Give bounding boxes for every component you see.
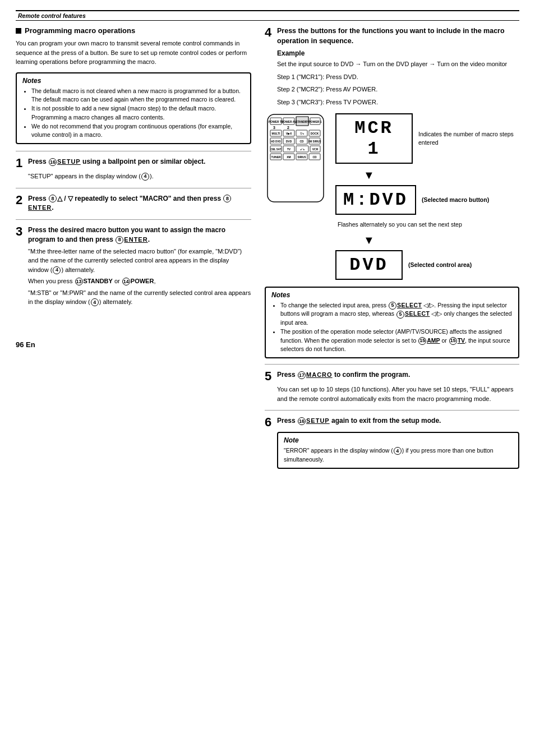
step-3-body-p3: "M:STB" or "M:PWR" and the name of the c… [28,288,251,307]
step-5-header: 5 Press 17MACRO to confirm the program. [265,370,519,382]
right-note-item-1: To change the selected input area, press… [280,301,513,328]
example-intro: Set the input source to DVD → Turn on th… [277,59,519,69]
step5-circle: 17 [298,371,306,379]
display-row-1: MCR 1 Indicates the number of macro step… [335,113,519,164]
circle-15b: 15 [449,337,457,345]
example-label: Example [277,49,519,57]
step-4-header: 4 Press the buttons for the functions yo… [265,26,519,46]
step-2-title: Press 8△ / ▽ repeatedly to select "MACRO… [28,194,251,213]
step-6-note-title: Note [284,436,513,444]
step-3-num: 3 [16,225,25,245]
display-1-label: Indicates the number of macro steps ente… [418,130,519,146]
step-3-body: "M:the three-letter name of the selected… [28,247,251,307]
step-6-note-box: Note "ERROR" appears in the display wind… [277,432,519,469]
svg-text:STANDBY: STANDBY [296,120,309,123]
step-6: 6 Press 16SETUP again to exit from the s… [265,416,519,469]
two-column-layout: Programming macro operations You can pro… [16,26,519,476]
svg-text:CD: CD [312,155,317,159]
svg-text:HD DVD: HD DVD [271,140,281,143]
step-4-title: Press the buttons for the functions you … [277,26,519,46]
step-4-body: Example Set the input source to DVD → Tu… [277,49,519,107]
step-1: 1 Press 16SETUP using a ballpoint pen or… [16,157,251,181]
step-2-header: 2 Press 8△ / ▽ repeatedly to select "MAC… [16,194,251,213]
step2-circle: 8 [49,195,57,202]
left-column: Programming macro operations You can pro… [16,26,251,476]
page-number: 96 En [16,340,251,349]
example-step2: Step 2 ("MCR2"): Press AV POWER. [277,85,519,94]
section-title-text: Programming macro operations [25,26,135,35]
step-5-body: You can set up to 10 steps (10 functions… [277,385,519,403]
step-3-header: 3 Press the desired macro button you wan… [16,225,251,245]
step-6-note-body: "ERROR" appears in the display window (4… [284,446,513,464]
display-3-text: DVD [349,255,389,275]
svg-text:▽◃: ▽◃ [299,132,304,135]
step-6-num: 6 [265,416,274,428]
display-2-label-text: (Selected macro button) [422,196,489,203]
remote-image: POWER TV POWER AV STANDBY POWER 1 3 2 [265,113,326,204]
svg-text:XM SIRIUS: XM SIRIUS [308,140,321,143]
svg-text:MULTI: MULTI [272,132,281,135]
svg-text:POWER 1: POWER 1 [308,120,321,123]
step-4-num: 4 [265,26,274,46]
section-title-icon [16,28,21,34]
step-1-header: 1 Press 16SETUP using a ballpoint pen or… [16,157,251,169]
step1-circle: 16 [49,158,57,166]
note-item: The default macro is not cleared when a … [31,87,245,105]
notes-title: Notes [22,77,245,85]
svg-text:DOCK: DOCK [311,132,319,135]
step-5-num: 5 [265,370,274,382]
display-row-3: DVD (Selected control area) [335,250,519,280]
notes-list: The default macro is not cleared when a … [22,87,245,140]
note-item: We do not recommend that you program con… [31,122,245,140]
right-notes-title: Notes [271,291,513,299]
svg-text:POWER AV: POWER AV [282,120,297,123]
step-2: 2 Press 8△ / ▽ repeatedly to select "MAC… [16,194,251,213]
step-1-body: "SETUP" appears in the display window (4… [28,172,251,181]
top-bar-text: Remote control features [18,12,86,19]
svg-text:VCR: VCR [312,147,319,151]
step6-circle: 16 [298,417,306,425]
example-step1: Step 1 ("MCR1"): Press DVD. [277,72,519,82]
svg-text:CBL SAT: CBL SAT [270,148,281,151]
svg-text:CD: CD [299,140,304,143]
note-item: It is not possible to add a new signal (… [31,104,245,122]
step-2-num: 2 [16,194,25,213]
remote-svg: POWER TV POWER AV STANDBY POWER 1 3 2 [265,113,326,203]
svg-text:TUNER: TUNER [271,155,281,159]
display-window-2: M:DVD [335,185,416,215]
step-6-header: 6 Press 16SETUP again to exit from the s… [265,416,519,428]
svg-text:XM: XM [287,155,291,159]
svg-text:↙↘: ↙↘ [300,147,305,151]
svg-text:DVD: DVD [286,140,292,143]
svg-text:SIRIUS: SIRIUS [297,156,306,159]
display-area: MCR 1 Indicates the number of macro step… [335,113,519,281]
step-5-title: Press 17MACRO to confirm the program. [277,370,410,382]
display-2-text: M:DVD [343,190,408,210]
step-3-body-p2: When you press 13STANDBY or 14POWER, [28,276,251,286]
divider [16,151,251,151]
svg-text:TV: TV [287,147,291,151]
circle-4a: 4 [141,173,149,181]
notes-box-left: Notes The default macro is not cleared w… [16,72,251,145]
remote-diagram: POWER TV POWER AV STANDBY POWER 1 3 2 [265,113,519,281]
svg-text:V▶X: V▶X [286,132,292,135]
step-1-num: 1 [16,157,25,169]
display-1-text: MCR 1 [354,118,394,159]
divider2 [16,188,251,188]
display-window-1: MCR 1 [335,113,413,164]
divider-right-2 [265,410,519,411]
svg-text:2: 2 [287,126,289,130]
display-3-label: (Selected control area) [408,261,472,269]
circle-4b: 4 [53,266,61,274]
step-3-body-p1: "M:the three-letter name of the selected… [28,247,251,275]
display-window-3: DVD [335,250,403,280]
notes-box-right: Notes To change the selected input area,… [265,287,519,359]
arrow-down-1: ▼ [363,169,519,181]
step-3: 3 Press the desired macro button you wan… [16,225,251,307]
right-column: 4 Press the buttons for the functions yo… [265,26,519,476]
divider3 [16,219,251,220]
step3-circle3: 14 [122,278,130,285]
divider-right-1 [265,364,519,365]
arrow-down-2: ▼ [363,234,519,246]
circle-5a: 5 [389,302,396,310]
